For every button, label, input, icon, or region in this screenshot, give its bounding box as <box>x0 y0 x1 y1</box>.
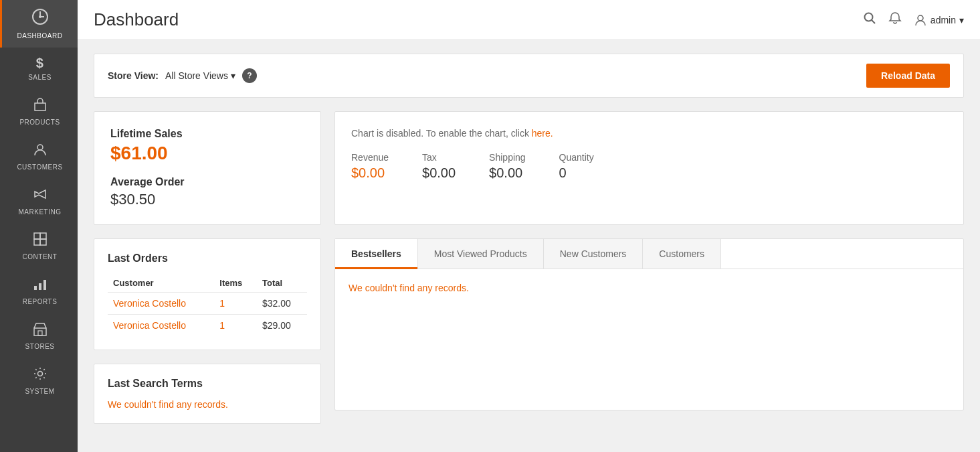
sidebar-item-dashboard[interactable]: DASHBOARD <box>0 0 78 48</box>
tab-bestsellers[interactable]: Bestsellers <box>335 239 418 269</box>
tax-label: Tax <box>422 152 456 163</box>
svg-point-19 <box>918 15 923 21</box>
sidebar-item-sales[interactable]: $ SALES <box>0 48 78 89</box>
dashboard-icon <box>31 8 49 29</box>
tab-content: We couldn't find any records. <box>335 269 963 307</box>
sidebar-item-stores[interactable]: STORES <box>0 313 78 358</box>
user-menu[interactable]: admin ▾ <box>914 13 964 27</box>
sidebar-item-marketing-label: MARKETING <box>19 208 62 216</box>
quantity-value: 0 <box>559 165 594 181</box>
shipping-value: $0.00 <box>489 165 526 181</box>
dashboard-content: Store View: All Store Views ▾ ? Reload D… <box>78 40 980 452</box>
shipping-label: Shipping <box>489 152 526 163</box>
metric-tax: Tax $0.00 <box>422 152 456 181</box>
sidebar-item-products-label: PRODUCTS <box>19 119 60 126</box>
sidebar-item-marketing[interactable]: MARKETING <box>0 179 78 224</box>
orders-table-body: Veronica Costello 1 $32.00 Veronica Cost… <box>108 293 307 337</box>
search-no-records: We couldn't find any records. <box>108 399 307 410</box>
lifetime-sales-label: Lifetime Sales <box>110 128 304 140</box>
svg-rect-11 <box>34 286 37 290</box>
svg-rect-8 <box>40 233 46 239</box>
table-row: Veronica Costello 1 $32.00 <box>108 293 307 315</box>
tab-customers[interactable]: Customers <box>643 239 721 269</box>
right-stats-panel: Chart is disabled. To enable the chart, … <box>334 111 964 225</box>
metric-shipping: Shipping $0.00 <box>489 152 526 181</box>
items-link-1[interactable]: 1 <box>219 298 225 309</box>
user-label: admin <box>930 15 956 25</box>
customer-link-1[interactable]: Veronica Costello <box>113 298 186 309</box>
svg-marker-6 <box>35 190 45 198</box>
svg-rect-14 <box>34 328 46 335</box>
avg-order-value: $30.50 <box>110 191 304 208</box>
store-view-left: Store View: All Store Views ▾ ? <box>108 68 257 83</box>
order-customer-1: Veronica Costello <box>108 293 214 315</box>
svg-point-16 <box>37 372 42 376</box>
topbar: Dashboard admin ▾ <box>78 0 980 40</box>
sales-icon: $ <box>36 56 44 71</box>
order-items-2: 1 <box>214 315 257 337</box>
tabs-section: Bestsellers Most Viewed Products New Cus… <box>334 238 964 410</box>
help-icon[interactable]: ? <box>242 68 257 83</box>
sidebar: DASHBOARD $ SALES PRODUCTS CUSTOMERS <box>0 0 78 452</box>
lifetime-sales-value: $61.00 <box>110 143 304 164</box>
reload-data-button[interactable]: Reload Data <box>866 64 950 88</box>
store-view-dropdown-icon: ▾ <box>231 70 235 81</box>
user-dropdown-icon: ▾ <box>959 15 964 25</box>
last-orders-title: Last Orders <box>108 252 307 265</box>
svg-point-17 <box>864 13 872 21</box>
svg-rect-4 <box>35 103 45 110</box>
svg-line-18 <box>872 20 875 23</box>
search-icon[interactable] <box>863 11 876 28</box>
notification-icon[interactable] <box>888 11 902 28</box>
sidebar-item-sales-label: SALES <box>28 74 52 81</box>
main-content: Dashboard admin ▾ <box>78 0 980 452</box>
stats-grid: Lifetime Sales $61.00 Average Order $30.… <box>94 111 964 225</box>
quantity-label: Quantity <box>559 152 594 163</box>
items-link-2[interactable]: 1 <box>219 320 225 331</box>
customers-icon <box>33 142 47 161</box>
sidebar-item-system-label: SYSTEM <box>25 388 54 395</box>
metric-quantity: Quantity 0 <box>559 152 594 181</box>
page-title: Dashboard <box>94 9 179 30</box>
stores-icon <box>33 321 47 340</box>
sidebar-item-system[interactable]: SYSTEM <box>0 358 78 403</box>
svg-rect-9 <box>34 239 40 245</box>
last-search-title: Last Search Terms <box>108 378 307 390</box>
sidebar-item-content-label: CONTENT <box>23 253 58 260</box>
col-items: Items <box>214 274 257 293</box>
chart-enable-link[interactable]: here. <box>532 128 553 139</box>
order-total-1: $32.00 <box>257 293 307 315</box>
orders-table-head: Customer Items Total <box>108 274 307 293</box>
sidebar-item-reports-label: REPORTS <box>23 298 58 305</box>
svg-rect-12 <box>39 283 41 290</box>
svg-point-3 <box>39 15 41 18</box>
order-items-1: 1 <box>214 293 257 315</box>
revenue-value: $0.00 <box>351 165 389 181</box>
svg-point-5 <box>37 145 43 150</box>
sidebar-item-dashboard-label: DASHBOARD <box>17 32 63 40</box>
orders-table: Customer Items Total Veronica Costello <box>108 274 307 336</box>
chart-disabled-message: Chart is disabled. To enable the chart, … <box>351 128 947 139</box>
left-bottom-panel: Last Orders Customer Items Total <box>94 238 321 424</box>
metric-revenue: Revenue $0.00 <box>351 152 389 181</box>
svg-rect-7 <box>34 233 40 239</box>
tab-most-viewed[interactable]: Most Viewed Products <box>418 239 544 269</box>
topbar-actions: admin ▾ <box>863 11 964 28</box>
sidebar-item-reports[interactable]: REPORTS <box>0 269 78 313</box>
store-view-bar: Store View: All Store Views ▾ ? Reload D… <box>94 54 964 98</box>
sidebar-item-products[interactable]: PRODUCTS <box>0 89 78 134</box>
tab-no-records: We couldn't find any records. <box>349 283 950 293</box>
content-icon <box>33 232 47 250</box>
revenue-label: Revenue <box>351 152 389 163</box>
sidebar-item-content[interactable]: CONTENT <box>0 224 78 269</box>
col-customer: Customer <box>108 274 214 293</box>
store-view-label: Store View: <box>108 70 159 81</box>
sidebar-item-customers[interactable]: CUSTOMERS <box>0 134 78 179</box>
table-row: Veronica Costello 1 $29.00 <box>108 315 307 337</box>
left-stats-panel: Lifetime Sales $61.00 Average Order $30.… <box>94 111 321 225</box>
store-view-value: All Store Views <box>165 70 228 81</box>
customer-link-2[interactable]: Veronica Costello <box>113 320 186 331</box>
store-view-select[interactable]: All Store Views ▾ <box>165 70 235 81</box>
last-orders-section: Last Orders Customer Items Total <box>94 238 321 350</box>
tab-new-customers[interactable]: New Customers <box>544 239 644 269</box>
